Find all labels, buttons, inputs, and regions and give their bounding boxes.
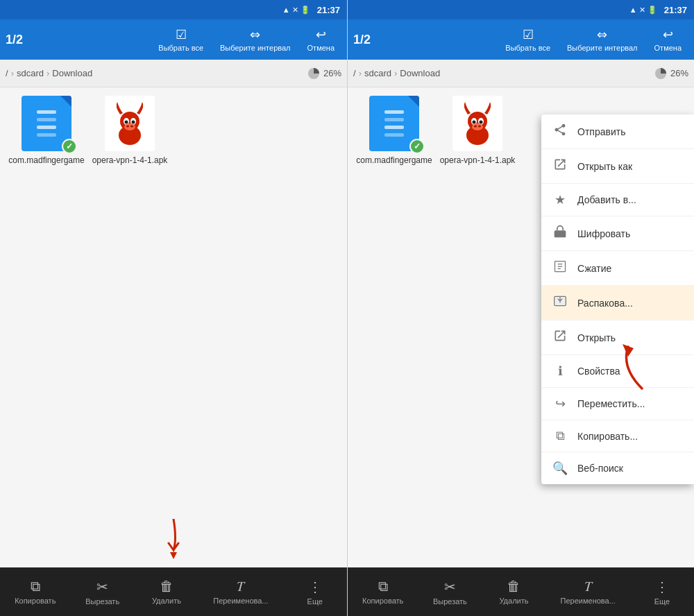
right-sep2: › [394,68,397,78]
svg-point-19 [474,126,477,128]
left-file-zip[interactable]: com.madfingergame [8,96,85,166]
left-rename-label: Переименова... [213,597,268,605]
right-apk-icon [452,96,502,151]
right-cut-btn[interactable]: ✂ Вырезать [432,579,467,606]
right-cut-label: Вырезать [433,597,467,606]
right-zip-line [384,110,404,114]
left-toolbar: 1/2 ☑ Выбрать все ⇔ Выберите интервал ↩ … [0,19,347,60]
right-signal-icon: ▲ [629,6,637,14]
right-toolbar: 1/2 ☑ Выбрать все ⇔ Выберите интервал ↩ … [348,19,694,60]
menu-item-encrypt[interactable]: Шифровать [541,216,694,251]
open-icon [552,329,568,346]
left-cut-btn[interactable]: ✂ Вырезать [85,579,120,606]
signal-x-icon: ✕ [292,6,298,15]
menu-item-compress[interactable]: Сжатие [541,251,694,286]
left-folder-crumb[interactable]: Download [52,68,92,78]
checkbox-icon: ☑ [176,27,187,42]
svg-rect-21 [555,230,566,237]
right-status-icons: ▲ ✕ 🔋 [629,6,657,15]
extract-icon [552,294,568,311]
right-status-bar: ▲ ✕ 🔋 21:37 [348,0,694,19]
left-time: 21:37 [317,5,340,15]
right-rename-btn[interactable]: 𝑇 Переименова... [561,579,616,605]
zip-lines [37,110,56,137]
copy-menu-icon: ⧉ [552,429,568,443]
left-sdcard-crumb[interactable]: sdcard [17,68,44,78]
left-cut-label: Вырезать [85,597,119,606]
left-cancel-btn[interactable]: ↩ Отмена [301,24,341,55]
right-root-crumb[interactable]: / [353,68,356,78]
right-copy-btn[interactable]: ⧉ Копировать [362,579,403,605]
menu-item-send[interactable]: Отправить [541,114,694,149]
left-file-apk[interactable]: opera-vpn-1-4-1.apk [92,96,168,166]
menu-move-label: Переместить... [577,398,645,409]
right-sdcard-crumb[interactable]: sdcard [364,68,391,78]
left-copy-label: Копировать [15,597,56,605]
left-delete-label: Удалить [152,597,181,605]
right-file-apk[interactable]: opera-vpn-1-4-1.apk [439,96,516,166]
right-cancel-btn[interactable]: ↩ Отмена [648,24,688,55]
right-zip-icon-wrap [366,96,422,151]
right-file-zip[interactable]: com.madfingergame [356,96,432,166]
menu-compress-label: Сжатие [577,263,611,274]
more-icon: ⋮ [308,579,322,595]
right-zip-filename: com.madfingergame [356,155,432,166]
right-delete-label: Удалить [499,597,528,605]
right-select-range-btn[interactable]: ⇔ Выберите интервал [560,24,645,55]
right-cut-icon: ✂ [444,579,456,595]
right-checkbox-icon: ☑ [523,27,534,42]
right-selection-count: 1/2 [353,33,381,47]
left-panel: ▲ ✕ 🔋 21:37 1/2 ☑ Выбрать все ⇔ Выберите… [0,0,347,616]
right-delete-btn[interactable]: 🗑 Удалить [496,579,531,605]
rename-icon: 𝑇 [237,579,244,594]
left-arrow-annotation [156,519,191,561]
svg-point-16 [473,121,476,124]
opera-viking-icon [109,99,151,148]
right-copy-label: Копировать [362,597,403,605]
right-folder-crumb[interactable]: Download [400,68,440,78]
svg-point-20 [478,126,481,128]
encrypt-icon [552,225,568,242]
left-select-range-btn[interactable]: ⇔ Выберите интервал [213,24,298,55]
left-delete-btn[interactable]: 🗑 Удалить [149,579,184,605]
left-file-grid: com.madfingergame [0,87,347,567]
menu-add-to-label: Добавить в... [577,194,636,205]
svg-point-18 [472,123,483,130]
menu-item-web-search[interactable]: 🔍 Веб-поиск [541,452,694,484]
left-apk-icon [105,96,155,151]
menu-item-extract[interactable]: Распакова... [541,286,694,320]
menu-open-as-label: Открыть как [577,161,632,172]
left-status-bar: ▲ ✕ 🔋 21:37 [0,0,347,19]
left-select-all-btn[interactable]: ☑ Выбрать все [151,24,210,55]
right-select-all-label: Выбрать все [505,44,550,52]
left-rename-btn[interactable]: 𝑇 Переименова... [213,579,268,605]
select-range-label: Выберите интервал [220,44,291,52]
right-zip-line [384,118,404,121]
menu-item-copy[interactable]: ⧉ Копировать... [541,420,694,452]
select-all-label: Выбрать все [158,44,203,52]
left-copy-btn[interactable]: ⧉ Копировать [15,579,56,605]
menu-item-add-to[interactable]: ★ Добавить в... [541,184,694,216]
left-breadcrumb: / › sdcard › Download 26% [0,60,347,87]
left-more-btn[interactable]: ⋮ Еще [298,579,332,606]
star-icon: ★ [552,192,568,207]
right-delete-icon: 🗑 [507,579,520,594]
left-zip-filename: com.madfingergame [8,155,84,166]
menu-web-search-label: Веб-поиск [577,463,623,474]
range-icon: ⇔ [250,27,260,42]
right-time: 21:37 [664,5,687,15]
right-cancel-label: Отмена [654,44,682,52]
right-storage-info: 26% [654,67,688,80]
compress-icon [552,259,568,277]
right-zip-check-badge [409,139,425,154]
left-status-icons: ▲ ✕ 🔋 [282,6,310,15]
menu-item-open-as[interactable]: Открыть как [541,149,694,184]
right-more-btn[interactable]: ⋮ Еще [645,579,679,606]
right-select-all-btn[interactable]: ☑ Выбрать все [498,24,557,55]
right-more-label: Еще [654,597,670,606]
menu-extract-label: Распакова... [577,298,633,309]
right-apk-icon-wrap [450,96,505,151]
right-storage-pct: 26% [670,68,688,78]
right-bottom-bar: ⧉ Копировать ✂ Вырезать 🗑 Удалить 𝑇 Пере… [348,567,694,616]
left-root-crumb[interactable]: / [6,68,8,78]
